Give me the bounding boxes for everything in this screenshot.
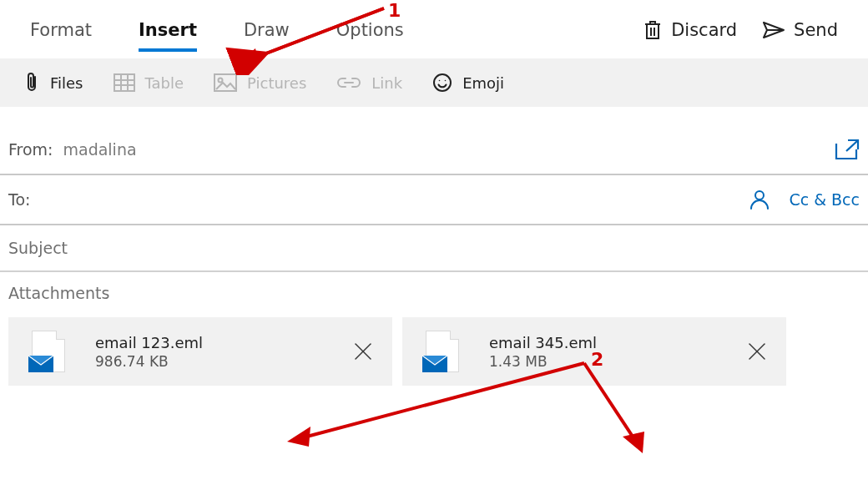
link-icon: [336, 75, 361, 90]
remove-attachment-button[interactable]: [352, 341, 374, 362]
tab-label: Options: [336, 20, 404, 40]
attachments-label: Attachments: [0, 272, 868, 317]
attachment-item[interactable]: email 123.eml 986.74 KB: [8, 317, 392, 386]
contacts-icon[interactable]: [749, 189, 770, 210]
remove-attachment-button[interactable]: [746, 341, 768, 362]
subject-placeholder: Subject: [8, 239, 68, 257]
attachment-name: email 345.eml: [489, 334, 597, 351]
trash-icon: [643, 19, 663, 41]
popout-icon[interactable]: [835, 139, 860, 160]
eml-file-icon: [30, 329, 67, 374]
tab-insert[interactable]: Insert: [139, 12, 197, 48]
table-icon: [114, 73, 135, 92]
tab-label: Format: [30, 20, 92, 40]
tool-label: Table: [145, 74, 184, 92]
tool-label: Emoji: [462, 74, 504, 92]
picture-icon: [214, 73, 237, 92]
compose-tabs: Format Insert Draw Options Discard S: [0, 0, 868, 58]
from-value: madalina: [63, 140, 136, 159]
attachments-list: email 123.eml 986.74 KB email 345.eml 1.…: [0, 317, 868, 386]
subject-field[interactable]: Subject: [0, 225, 868, 272]
attachment-size: 986.74 KB: [95, 353, 203, 370]
svg-rect-0: [114, 74, 134, 91]
paperclip-icon: [23, 72, 40, 93]
insert-emoji-button[interactable]: Emoji: [432, 73, 504, 93]
to-field[interactable]: To: Cc & Bcc: [0, 175, 868, 225]
tool-label: Link: [371, 74, 402, 92]
attachment-name: email 123.eml: [95, 334, 203, 351]
insert-toolbar: Files Table Pictures: [0, 58, 868, 107]
send-label: Send: [794, 20, 838, 40]
cc-bcc-button[interactable]: Cc & Bcc: [789, 190, 860, 209]
annotation-number-2: 2: [591, 349, 603, 370]
send-button[interactable]: Send: [762, 20, 838, 40]
attachment-size: 1.43 MB: [489, 353, 597, 370]
eml-file-icon: [424, 329, 461, 374]
send-icon: [762, 21, 785, 39]
discard-button[interactable]: Discard: [643, 19, 737, 41]
tab-format[interactable]: Format: [30, 12, 92, 48]
svg-point-11: [755, 191, 764, 200]
tab-label: Draw: [244, 20, 290, 40]
svg-marker-22: [287, 427, 310, 447]
insert-table-button: Table: [114, 73, 184, 92]
svg-point-8: [434, 74, 451, 91]
from-field[interactable]: From: madalina: [0, 125, 868, 175]
from-label: From:: [8, 140, 53, 159]
tool-label: Pictures: [247, 74, 306, 92]
tool-label: Files: [50, 74, 83, 92]
to-label: To:: [8, 190, 30, 209]
annotation-number-1: 1: [388, 0, 401, 21]
emoji-icon: [432, 73, 452, 93]
svg-marker-24: [623, 432, 644, 453]
svg-point-10: [445, 80, 447, 82]
tab-label: Insert: [139, 20, 197, 40]
svg-point-9: [439, 80, 441, 82]
insert-files-button[interactable]: Files: [23, 72, 83, 93]
insert-pictures-button: Pictures: [214, 73, 306, 92]
svg-point-6: [219, 78, 223, 83]
tab-draw[interactable]: Draw: [244, 12, 290, 48]
discard-label: Discard: [671, 20, 737, 40]
insert-link-button: Link: [336, 74, 402, 92]
